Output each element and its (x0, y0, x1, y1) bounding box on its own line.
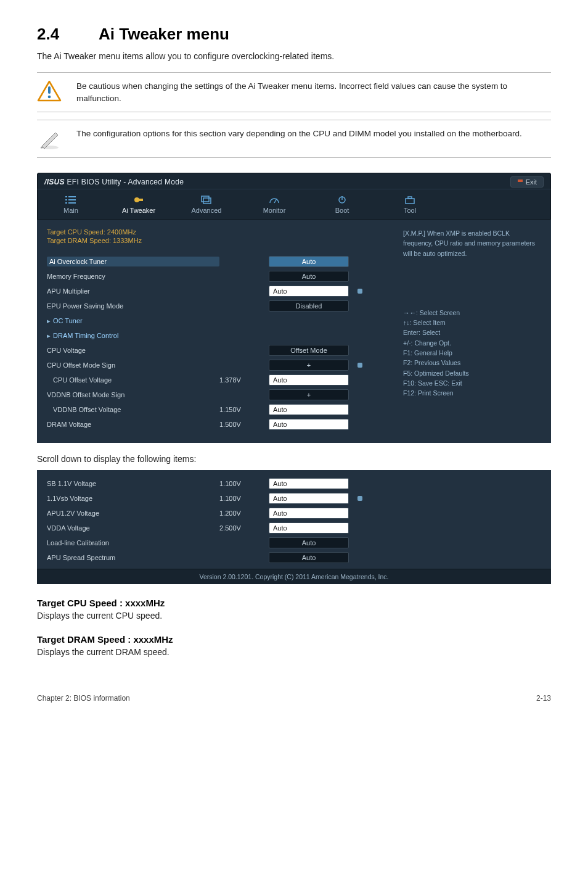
key-hint: ↑↓: Select Item (403, 318, 541, 328)
key-hint: F12: Print Screen (403, 388, 541, 398)
tab-tool[interactable]: Tool (376, 189, 444, 219)
sb11-read: 1.100V (219, 480, 269, 487)
pen-icon (37, 128, 62, 150)
tab-ai-tweaker[interactable]: Ai Tweaker (105, 189, 173, 219)
oc-tuner[interactable]: ▸OC Tuner (47, 317, 219, 325)
target-dram-info: Target DRAM Speed: 1333MHz (47, 237, 391, 244)
scroll-thumb[interactable] (357, 363, 362, 368)
ai-oc-tuner[interactable]: Ai Overclock Tuner (47, 257, 219, 266)
key-hint: →←: Select Screen (403, 308, 541, 318)
vddnb-v-field[interactable]: Auto (269, 404, 349, 415)
epu-mode[interactable]: EPU Power Saving Mode (47, 302, 219, 310)
svg-rect-11 (68, 202, 76, 204)
exit-button[interactable]: Exit (510, 176, 544, 188)
dram-v-read: 1.500V (219, 421, 269, 428)
tab-boot-label: Boot (335, 207, 349, 214)
layers-icon (201, 196, 212, 204)
scroll-thumb[interactable] (357, 289, 362, 294)
tab-advanced[interactable]: Advanced (173, 189, 240, 219)
key-hint: Enter: Select (403, 328, 541, 337)
bios-screenshot-scrolled: SB 1.1V Voltage1.100VAuto 1.1Vsb Voltage… (37, 470, 551, 584)
apu12-read: 1.200V (219, 510, 269, 517)
cpu-offset-sign[interactable]: CPU Offset Mode Sign (47, 361, 219, 369)
vddnb-v[interactable]: VDDNB Offset Voltage (47, 406, 219, 413)
exit-label: Exit (526, 178, 537, 186)
key-hint: F1: General Help (403, 348, 541, 358)
svg-rect-14 (202, 196, 209, 202)
chevron-right-icon: ▸ (47, 332, 51, 339)
sb11-field[interactable]: Auto (269, 478, 349, 489)
bios-screenshot: /ISUS EFI BIOS Utility - Advanced Mode E… (37, 173, 551, 443)
apu-ss-field[interactable]: Auto (269, 552, 349, 563)
cpu-off-v-field[interactable]: Auto (269, 374, 349, 386)
memory-freq-field[interactable]: Auto (269, 271, 349, 282)
toolbox-icon (404, 196, 415, 204)
dram-timing[interactable]: ▸DRAM Timing Control (47, 332, 219, 340)
cpu-off-read: 1.378V (219, 376, 269, 384)
chevron-right-icon: ▸ (47, 317, 51, 324)
svg-rect-10 (68, 199, 76, 200)
apu12-field[interactable]: Auto (269, 508, 349, 519)
footer-chapter: Chapter 2: BIOS information (37, 694, 130, 703)
tab-boot[interactable]: Boot (308, 189, 376, 219)
section-name: Ai Tweaker menu (99, 25, 229, 43)
load-line-cal[interactable]: Load-line Calibration (47, 539, 219, 547)
bios-logo: /ISUS EFI BIOS Utility - Advanced Mode (44, 178, 184, 186)
exit-icon (517, 179, 523, 185)
sb-11v[interactable]: SB 1.1V Voltage (47, 480, 219, 487)
svg-rect-13 (138, 199, 143, 201)
memory-freq[interactable]: Memory Frequency (47, 273, 219, 280)
vsb11-field[interactable]: Auto (269, 493, 349, 504)
svg-rect-7 (65, 199, 67, 200)
apu-mult-field[interactable]: Auto (269, 286, 349, 297)
scroll-thumb[interactable] (357, 496, 362, 501)
vsb11-read: 1.100V (219, 495, 269, 502)
vdda-read: 2.500V (219, 524, 269, 532)
vddnb-sign[interactable]: VDDNB Offset Mode Sign (47, 391, 219, 398)
version-bar: Version 2.00.1201. Copyright (C) 2011 Am… (37, 569, 551, 584)
tab-ai-label: Ai Tweaker (122, 207, 155, 214)
tab-adv-label: Advanced (192, 207, 222, 214)
target-cpu-heading: Target CPU Speed : xxxxMHz (37, 598, 551, 608)
vdda-v[interactable]: VDDA Voltage (47, 524, 219, 532)
svg-rect-8 (65, 202, 67, 204)
target-cpu-desc: Displays the current CPU speed. (37, 611, 551, 621)
dram-timing-label: DRAM Timing Control (53, 332, 118, 339)
svg-point-2 (48, 96, 51, 99)
scroll-description: Scroll down to display the following ite… (37, 454, 551, 464)
cpu-v-field[interactable]: Offset Mode (269, 345, 349, 356)
apu-12v[interactable]: APU1.2V Voltage (47, 510, 219, 517)
key-hint: F2: Previous Values (403, 358, 541, 368)
apu-spread[interactable]: APU Spread Spectrum (47, 554, 219, 561)
ai-oc-field[interactable]: Auto (269, 256, 349, 267)
key-hint: F10: Save ESC: Exit (403, 378, 541, 388)
key-hint: +/-: Change Opt. (403, 338, 541, 348)
caution-note: Be cautious when changing the settings o… (37, 72, 551, 112)
tab-monitor[interactable]: Monitor (240, 189, 308, 219)
section-number: 2.4 (37, 25, 99, 44)
caution-icon (37, 80, 62, 102)
dram-v-field[interactable]: Auto (269, 419, 349, 430)
apu-multiplier[interactable]: APU Multiplier (47, 287, 219, 295)
llc-field[interactable]: Auto (269, 537, 349, 548)
vddnb-sign-field[interactable]: + (269, 389, 349, 400)
dram-voltage[interactable]: DRAM Voltage (47, 421, 219, 428)
target-dram-desc: Displays the current DRAM speed. (37, 647, 551, 657)
power-icon (337, 196, 348, 204)
monitor-icon (269, 196, 280, 204)
tab-main[interactable]: Main (37, 189, 105, 219)
svg-rect-20 (408, 197, 412, 199)
cpu-offset-v[interactable]: CPU Offset Voltage (47, 376, 219, 384)
caution-text: Be cautious when changing the settings o… (76, 80, 551, 104)
cpu-voltage[interactable]: CPU Voltage (47, 347, 219, 354)
tab-tool-label: Tool (404, 207, 416, 214)
target-cpu-info: Target CPU Speed: 2400MHz (47, 228, 391, 236)
info-note: The configuration options for this secti… (37, 120, 551, 158)
epu-field[interactable]: Disabled (269, 300, 349, 311)
bios-title: EFI BIOS Utility - Advanced Mode (67, 178, 184, 186)
info-text: The configuration options for this secti… (76, 128, 551, 140)
vdda-field[interactable]: Auto (269, 522, 349, 534)
cpu-off-sign-field[interactable]: + (269, 360, 349, 371)
svg-rect-1 (48, 86, 51, 94)
vsb-11[interactable]: 1.1Vsb Voltage (47, 495, 219, 502)
